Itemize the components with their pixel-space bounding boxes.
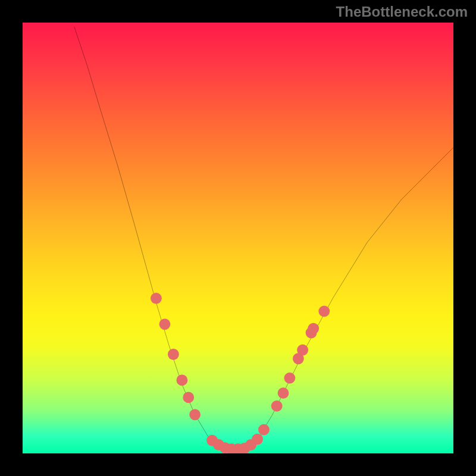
watermark-text: TheBottleneck.com [336, 4, 468, 20]
marker-point [183, 392, 194, 403]
marker-point [318, 306, 330, 317]
marker-point [159, 318, 171, 330]
marker-point [168, 349, 179, 360]
marker-point [297, 345, 308, 356]
marker-point [258, 424, 270, 436]
plot-area [23, 23, 453, 453]
marker-point [271, 400, 283, 412]
highlight-markers [151, 293, 330, 453]
bottleneck-curve [74, 27, 453, 449]
marker-point [189, 409, 201, 420]
marker-point [151, 293, 162, 304]
marker-point [176, 375, 187, 386]
marker-point [278, 387, 289, 399]
chart-svg [23, 23, 453, 453]
marker-point [252, 434, 263, 445]
marker-point [284, 372, 295, 384]
marker-point [308, 323, 319, 334]
